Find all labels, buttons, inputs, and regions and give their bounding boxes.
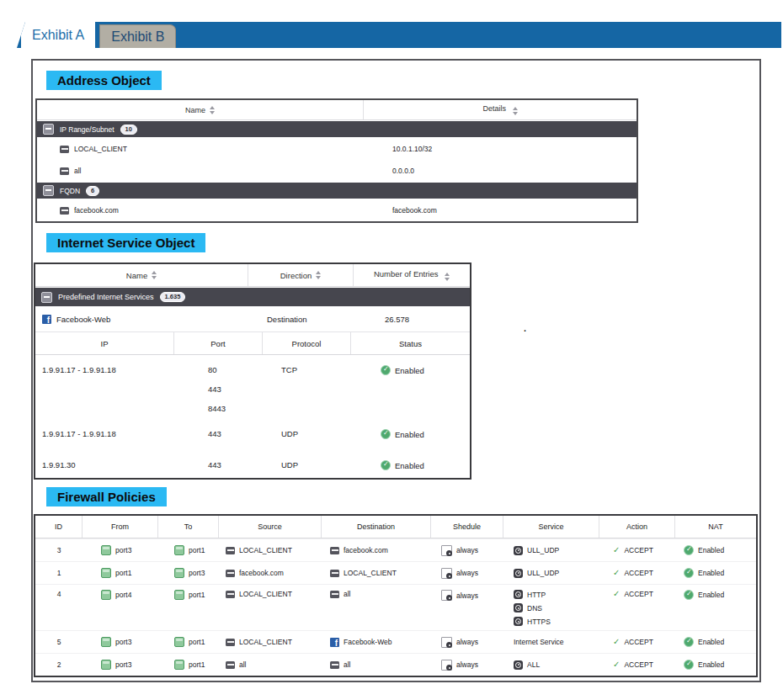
fw-table-header: ID From To Source Destination Shedule Se…: [35, 516, 756, 538]
detail-status: Enabled: [395, 366, 424, 375]
sort-icon[interactable]: [445, 273, 450, 281]
policy-service: ALL: [527, 660, 540, 669]
policy-id: 4: [35, 590, 83, 598]
policy-service: HTTPS: [527, 618, 551, 626]
subnet-icon: [330, 661, 339, 669]
detail-protocol: UDP: [263, 450, 351, 469]
firewall-policies-title: Firewall Policies: [46, 487, 167, 506]
service-icon: [514, 603, 523, 612]
collapse-icon[interactable]: [43, 185, 54, 196]
group-predefined-internet-services[interactable]: Predefined Internet Services 1.635: [35, 287, 470, 307]
policy-source: LOCAL_CLIENT: [239, 590, 292, 598]
schedule-clock-icon: [441, 568, 452, 579]
service-detail-row[interactable]: 1.9.91.17 - 1.9.91.18 443 UDP Enabled: [35, 419, 470, 450]
facebook-web-row[interactable]: Facebook-Web Destination 26.578: [35, 307, 470, 332]
interface-icon: [174, 590, 184, 600]
detail-col-protocol: Protocol: [263, 332, 351, 354]
internet-service-object-title: Internet Service Object: [46, 233, 205, 252]
count-badge: 10: [120, 125, 137, 135]
sort-icon[interactable]: [316, 271, 321, 279]
collapse-icon[interactable]: [41, 292, 52, 303]
policy-destination: all: [344, 590, 351, 598]
service-icon: [514, 590, 523, 599]
accept-check-icon: ✓: [613, 660, 620, 669]
policy-source: LOCAL_CLIENT: [239, 546, 292, 554]
fw-col-id: ID: [35, 516, 83, 538]
fqdn-icon: [330, 547, 339, 554]
group-label: Predefined Internet Services: [58, 293, 154, 301]
detail-status: Enabled: [395, 430, 424, 439]
address-details: 10.0.1.10/32: [364, 145, 637, 153]
tab-exhibit-a[interactable]: Exhibit A: [21, 22, 95, 48]
count-badge: 6: [86, 186, 99, 196]
policy-destination: Facebook-Web: [344, 638, 392, 646]
policy-row[interactable]: 1 port1 port3 facebook.com LOCAL_CLIENT …: [35, 561, 756, 584]
interface-icon: [174, 568, 184, 578]
iso-col-entries[interactable]: Number of Entries: [354, 269, 470, 281]
policy-row[interactable]: 4 port4 port1 LOCAL_CLIENT all always HT…: [35, 584, 756, 630]
detail-ip: 1.9.91.17 - 1.9.91.18: [35, 355, 174, 374]
interface-icon: [174, 637, 184, 647]
address-col-name[interactable]: Name: [37, 100, 364, 119]
policy-destination: LOCAL_CLIENT: [344, 569, 397, 577]
policy-id: 5: [35, 638, 83, 646]
policy-service: Internet Service: [514, 638, 564, 646]
fw-col-nat: NAT: [675, 522, 756, 531]
interface-icon: [101, 660, 111, 670]
tab-exhibit-b[interactable]: Exhibit B: [99, 24, 176, 48]
group-label: FQDN: [60, 187, 80, 195]
service-name: Facebook-Web: [56, 315, 110, 324]
service-direction: Destination: [248, 315, 354, 324]
sort-icon[interactable]: [152, 271, 157, 279]
policy-row[interactable]: 5 port3 port1 LOCAL_CLIENT Facebook-Web …: [35, 630, 756, 653]
service-detail-row[interactable]: 1.9.91.17 - 1.9.91.18 80 443 8443 TCP En…: [35, 355, 470, 419]
enabled-icon: [684, 545, 694, 555]
tab-exhibit-b-label: Exhibit B: [111, 29, 164, 45]
enabled-icon: [684, 637, 694, 647]
policy-nat: Enabled: [698, 591, 724, 599]
accept-check-icon: ✓: [613, 590, 620, 598]
detail-port: 8443: [208, 404, 263, 413]
sort-icon[interactable]: [210, 106, 215, 114]
interface-icon: [174, 545, 184, 555]
address-row[interactable]: LOCAL_CLIENT 10.0.1.10/32: [37, 138, 637, 160]
fw-col-schedule: Shedule: [431, 516, 503, 538]
address-object-title: Address Object: [46, 71, 162, 90]
iso-col-name[interactable]: Name: [35, 264, 248, 286]
address-row[interactable]: all 0.0.0.0: [37, 160, 637, 182]
address-row[interactable]: facebook.com facebook.com: [37, 199, 637, 221]
policy-to: port1: [189, 591, 205, 599]
policy-to: port1: [189, 660, 205, 669]
sort-icon[interactable]: [513, 107, 518, 115]
policy-nat: Enabled: [698, 660, 724, 669]
policy-row[interactable]: 2 port3 port1 all all always ALL ✓ACCEPT…: [35, 653, 756, 676]
service-detail-row[interactable]: 1.9.91.30 443 UDP Enabled: [35, 450, 470, 478]
detail-col-ip: IP: [35, 332, 174, 354]
address-col-details[interactable]: Details: [364, 104, 637, 115]
policy-schedule: always: [456, 569, 478, 577]
facebook-icon: [330, 638, 339, 647]
fw-col-from: From: [83, 516, 158, 538]
subnet-icon: [226, 661, 235, 669]
policy-schedule: always: [456, 546, 478, 554]
detail-port: 443: [208, 460, 263, 469]
policy-to: port3: [189, 569, 205, 577]
address-details: 0.0.0.0: [364, 167, 637, 175]
collapse-icon[interactable]: [43, 124, 54, 135]
policy-source: facebook.com: [239, 569, 284, 577]
interface-icon: [101, 545, 111, 555]
detail-ip: 1.9.91.17 - 1.9.91.18: [35, 419, 174, 438]
policy-service: ULL_UDP: [527, 546, 559, 554]
subnet-icon: [226, 591, 235, 598]
policy-service: DNS: [527, 604, 542, 612]
accept-check-icon: ✓: [613, 569, 620, 577]
iso-col-direction[interactable]: Direction: [248, 264, 354, 286]
subnet-icon: [226, 639, 235, 646]
service-icon: [514, 660, 523, 670]
group-fqdn[interactable]: FQDN 6: [37, 182, 637, 199]
detail-protocol: UDP: [263, 419, 351, 438]
tab-exhibit-a-label: Exhibit A: [32, 28, 84, 43]
group-ip-range-subnet[interactable]: IP Range/Subnet 10: [37, 120, 637, 138]
policy-service: HTTP: [527, 591, 546, 599]
policy-row[interactable]: 3 port3 port1 LOCAL_CLIENT facebook.com …: [35, 538, 756, 561]
